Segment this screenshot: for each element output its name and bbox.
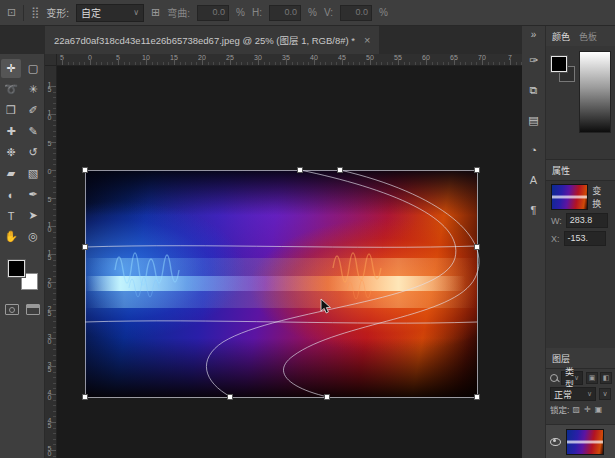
- warp-mode-value: 自定: [81, 5, 101, 20]
- tool-preset-icon[interactable]: ⊡: [7, 7, 16, 18]
- ruler-label: 40: [310, 54, 318, 61]
- h-input[interactable]: 0.0: [269, 5, 301, 21]
- ruler-vertical[interactable]: 1510505101520253035404550: [45, 66, 57, 458]
- bend-label: 弯曲:: [167, 5, 190, 20]
- type-tool[interactable]: T: [1, 206, 21, 225]
- healing-brush-tool[interactable]: ✚: [1, 122, 21, 141]
- ruler-label: 60: [422, 54, 430, 61]
- ruler-horizontal[interactable]: 505101520253035404550556065707: [45, 54, 522, 66]
- close-icon[interactable]: ×: [364, 34, 370, 46]
- path-selection-tool[interactable]: ➤: [23, 206, 43, 225]
- canvas-area[interactable]: [57, 66, 522, 458]
- lock-position-icon[interactable]: ✛: [584, 405, 591, 414]
- lock-all-icon[interactable]: ▣: [595, 405, 603, 414]
- filter-type-dropdown[interactable]: 类型 ∨: [561, 371, 583, 385]
- clone-source-icon[interactable]: ⧉: [522, 78, 546, 102]
- eyedropper-tool[interactable]: ✐: [23, 101, 43, 120]
- filter-pixel-layers-icon[interactable]: ▣: [586, 372, 598, 384]
- blend-mode-value: 正常: [554, 388, 572, 401]
- move-tool[interactable]: ✛: [1, 59, 21, 78]
- libraries-icon[interactable]: ▤: [522, 108, 546, 132]
- zoom-tool[interactable]: ◎: [23, 227, 43, 246]
- rect-marquee-tool[interactable]: ▢: [23, 59, 43, 78]
- foreground-color-swatch[interactable]: [8, 260, 25, 277]
- warp-orientation-icon[interactable]: ⊞: [151, 7, 160, 18]
- hand-tool[interactable]: ✋: [1, 227, 21, 246]
- lock-icons: ▨✛▣: [572, 405, 602, 414]
- layer-visibility-eye-icon[interactable]: [550, 438, 561, 446]
- divider: [23, 5, 24, 21]
- ruler-label: 7: [508, 54, 512, 61]
- character-panel-icon[interactable]: A: [522, 168, 546, 192]
- tab-swatches[interactable]: 色板: [579, 30, 597, 43]
- ruler-label: 40: [46, 389, 53, 399]
- panels-column: 颜色 色板 属性 变换 W: 2: [546, 26, 615, 458]
- ruler-label: 55: [394, 54, 402, 61]
- w-input[interactable]: 283.8: [566, 213, 608, 228]
- ruler-label: 5: [46, 140, 53, 145]
- history-brush-tool[interactable]: ↺: [23, 143, 43, 162]
- eraser-tool[interactable]: ▰: [1, 164, 21, 183]
- filter-adjustment-layers-icon[interactable]: ◧: [600, 372, 612, 384]
- warp-handles[interactable]: [83, 168, 480, 400]
- brush-tool[interactable]: ✎: [23, 122, 43, 141]
- clone-stamp-tool[interactable]: ❉: [1, 143, 21, 162]
- lock-transparent-icon[interactable]: ▨: [572, 405, 580, 414]
- properties-panel-header[interactable]: 属性: [546, 160, 615, 181]
- filter-icons: ▣◧: [586, 372, 612, 384]
- ruler-label: 0: [46, 168, 53, 173]
- lock-row: 锁定: ▨✛▣: [546, 401, 615, 415]
- foreground-color-swatch[interactable]: [551, 56, 567, 72]
- dodge-tool[interactable]: ◐: [1, 185, 21, 204]
- ruler-label: 35: [282, 54, 290, 61]
- ruler-label: 25: [226, 54, 234, 61]
- ruler-label: 30: [46, 333, 53, 343]
- ruler-label: 5: [46, 196, 53, 201]
- quick-mask-icon[interactable]: [5, 304, 19, 315]
- x-input[interactable]: -153.: [564, 231, 606, 246]
- tab-color[interactable]: 颜色: [552, 30, 570, 43]
- crop-tool[interactable]: ❒: [1, 101, 21, 120]
- ruler-label: 0: [88, 54, 92, 61]
- quick-selection-tool[interactable]: ✳: [23, 80, 43, 99]
- mouse-cursor: [320, 298, 332, 314]
- bend-input[interactable]: 0.0: [197, 5, 229, 21]
- paragraph-panel-icon[interactable]: ¶: [522, 198, 546, 222]
- v-input[interactable]: 0.0: [340, 5, 372, 21]
- x-label: X:: [551, 234, 560, 244]
- search-icon: [550, 374, 558, 382]
- panel-dock: » ✑⧉▤◔A¶ 颜色 色板 属性 变换: [522, 26, 615, 458]
- ruler-label: 35: [46, 361, 53, 371]
- adjustments-icon[interactable]: ◔: [522, 138, 546, 162]
- ruler-corner[interactable]: [45, 54, 57, 66]
- ruler-label: 70: [478, 54, 486, 61]
- chevron-down-icon: ∨: [133, 8, 139, 17]
- screen-mode-icon[interactable]: [26, 304, 40, 315]
- chevron-down-icon: ∨: [574, 374, 579, 382]
- ruler-label: 10: [46, 109, 53, 119]
- tab-bar: 22a67d0af318cd43e11e26b65738ed67.jpeg @ …: [0, 26, 522, 54]
- pen-tool[interactable]: ✒: [23, 185, 43, 204]
- chevron-down-icon: ∨: [587, 390, 592, 398]
- ruler-label: 65: [450, 54, 458, 61]
- lasso-tool[interactable]: ➰: [1, 80, 21, 99]
- opacity-dropdown[interactable]: ∨: [599, 388, 611, 400]
- color-ramp[interactable]: [579, 51, 611, 133]
- x-row: X: -153.: [546, 228, 615, 246]
- layer-row[interactable]: [546, 424, 615, 458]
- layers-panel-header[interactable]: 图层: [546, 348, 615, 369]
- percent-label: %: [308, 7, 317, 18]
- warp-mode-dropdown[interactable]: 自定 ∨: [76, 4, 144, 22]
- layer-thumbnail-icon: [551, 184, 588, 210]
- reference-point-icon[interactable]: ⣿: [31, 7, 39, 18]
- ruler-label: 10: [46, 221, 53, 231]
- brush-settings-icon[interactable]: ✑: [522, 48, 546, 72]
- gradient-tool[interactable]: ▧: [23, 164, 43, 183]
- collapse-panels-icon[interactable]: »: [531, 26, 537, 42]
- section-label: 变换: [592, 184, 610, 210]
- ruler-label: 45: [46, 417, 53, 427]
- document-tab[interactable]: 22a67d0af318cd43e11e26b65738ed67.jpeg @ …: [45, 26, 379, 54]
- layer-thumbnail[interactable]: [566, 429, 604, 455]
- warp-transform-overlay[interactable]: [57, 66, 522, 458]
- blend-mode-dropdown[interactable]: 正常 ∨: [550, 387, 596, 401]
